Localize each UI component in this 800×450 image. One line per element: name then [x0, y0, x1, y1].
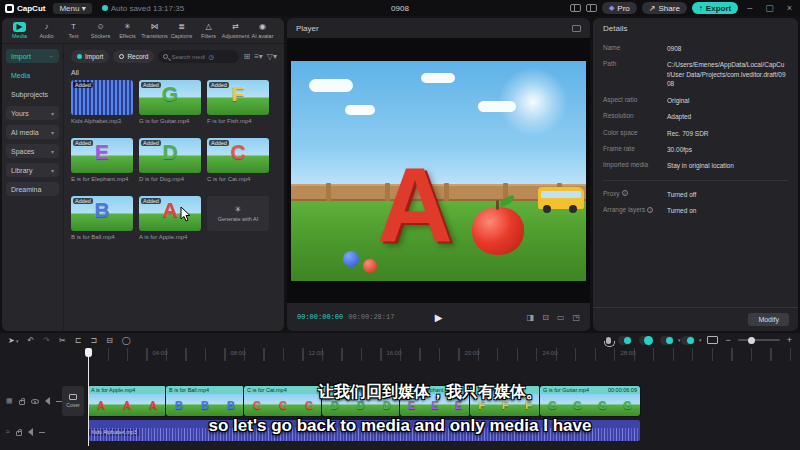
modify-button[interactable]: Modify — [748, 313, 789, 326]
filter-all-label[interactable]: All — [71, 69, 277, 76]
cloud — [345, 105, 375, 115]
close-button[interactable]: × — [783, 3, 796, 13]
tab-effects[interactable]: ✳Effects — [114, 22, 141, 39]
magnetic-snap-toggle[interactable] — [618, 336, 632, 345]
sidebar-item-spaces[interactable]: Spaces▾ — [6, 144, 59, 158]
layout-toggle-icon[interactable] — [570, 4, 581, 12]
tab-media[interactable]: ▶Media — [6, 22, 33, 39]
cloud — [421, 73, 455, 83]
search-box[interactable]: ◷ — [158, 50, 239, 63]
fullscreen-icon[interactable]: ◳ — [572, 313, 580, 322]
trim-left-icon[interactable]: ⊏ — [75, 336, 82, 345]
timeline-toolbar: ➤ ▾ ↶ ↷ ✂ ⊏ ⊐ ⊟ ◯ ▾ ▾ − + — [0, 333, 800, 348]
subtitle-chinese: 让我们回到媒体，我只有媒体。 — [0, 382, 800, 403]
sidebar-item-subprojects[interactable]: Subprojects — [6, 87, 59, 101]
trim-right-icon[interactable]: ⊐ — [90, 336, 97, 345]
detail-row-arrange-layers: Arrange layersi Turned on — [603, 206, 788, 215]
menu-button[interactable]: Menu ▾ — [53, 3, 91, 14]
delete-icon[interactable]: ⊟ — [106, 336, 113, 345]
tab-ai-avatar[interactable]: ◉AI avatar — [249, 22, 276, 39]
tab-text[interactable]: TText — [60, 22, 87, 39]
timeline-ruler[interactable]: 04:00 08:00 12:00 16:00 20:00 24:00 28:0… — [88, 348, 800, 361]
record-button[interactable]: Record — [113, 50, 154, 63]
added-badge: Added — [73, 82, 93, 88]
media-item-fish[interactable]: AddedF F is for Fish.mp4 — [207, 80, 269, 124]
ratio-icon[interactable]: ▭ — [557, 313, 565, 322]
autosave-dot-icon — [102, 5, 108, 11]
tab-stickers[interactable]: ☺Stickers — [87, 22, 114, 39]
zoom-fit-icon[interactable]: ⊡ — [542, 313, 549, 322]
pro-button[interactable]: ◆ Pro — [602, 2, 637, 14]
pro-diamond-icon: ◆ — [609, 4, 614, 12]
sort-dropdown-icon[interactable]: ≡▾ — [254, 52, 263, 61]
search-filter-icon[interactable]: ◷ — [208, 53, 213, 60]
compare-icon[interactable]: ◨ — [527, 313, 535, 322]
media-item-ball[interactable]: AddedB B is for Ball.mp4 — [71, 196, 133, 240]
media-tab-icon: ▶ — [13, 22, 26, 32]
split-icon[interactable]: ✂ — [59, 336, 66, 345]
sidebar-item-import[interactable]: Import→ — [6, 49, 59, 63]
current-timecode: 00:00:00:00 — [297, 313, 343, 321]
tab-filters[interactable]: △Filters — [195, 22, 222, 39]
export-button[interactable]: ↑ Export — [692, 2, 738, 14]
import-arrow-icon: → — [48, 53, 54, 59]
detail-row-imported-media: Imported mediaStay in original location — [603, 161, 788, 170]
player-options-icon[interactable] — [572, 25, 581, 32]
zoom-in-icon[interactable]: + — [787, 335, 792, 345]
grid-view-icon[interactable]: ⊞ — [243, 52, 250, 61]
preview-axis-toggle[interactable]: ▾ — [681, 336, 695, 345]
undo-icon[interactable]: ↶ — [28, 336, 35, 345]
maximize-button[interactable]: ▢ — [761, 3, 778, 13]
tab-captions[interactable]: ≣Captions — [168, 22, 195, 39]
mouse-cursor — [180, 206, 192, 222]
school-bus — [538, 187, 584, 209]
autosave-text: Auto saved 13:17:35 — [111, 4, 184, 13]
redo-icon[interactable]: ↷ — [43, 336, 50, 345]
app-logo[interactable]: CapCut — [5, 4, 45, 13]
sidebar-item-media[interactable]: Media — [6, 68, 59, 82]
zoom-out-icon[interactable]: − — [725, 335, 730, 345]
details-title: Details — [603, 24, 627, 33]
ball-red — [363, 259, 377, 273]
adjust-display-icon[interactable] — [707, 336, 718, 344]
minimize-button[interactable]: – — [743, 3, 756, 13]
player-controls: 00:00:00:00 00:00:28:17 ▶ ◨ ⊡ ▭ ◳ — [287, 303, 590, 331]
media-item-cat[interactable]: AddedC C is for Cat.mp4 — [207, 138, 269, 182]
generate-with-ai-tile[interactable]: ✳ Generate with AI — [207, 196, 269, 240]
player-panel: Player A 00:00:00:00 00:00:28:1 — [287, 18, 590, 331]
voiceover-mic-icon[interactable] — [606, 337, 611, 344]
media-item-dog[interactable]: AddedD D is for Dog.mp4 — [139, 138, 201, 182]
filters-tab-icon: △ — [205, 22, 211, 32]
effects-tab-icon: ✳ — [124, 22, 131, 32]
sidebar-item-ai-media[interactable]: AI media▾ — [6, 125, 59, 139]
tab-audio[interactable]: ♪Audio — [33, 22, 60, 39]
transitions-tab-icon: ⋈ — [151, 22, 159, 32]
detail-row-resolution: ResolutionAdapted — [603, 112, 788, 121]
sidebar-item-dreamina[interactable]: Dreamina — [6, 182, 59, 196]
media-item-guitar[interactable]: AddedG G is for Guitar.mp4 — [139, 80, 201, 124]
sparkle-icon: ✳ — [235, 205, 242, 214]
tab-transitions[interactable]: ⋈Transitions — [141, 22, 168, 39]
freeze-frame-icon[interactable]: ◯ — [122, 336, 131, 345]
import-button[interactable]: Import — [71, 50, 109, 63]
search-icon — [163, 54, 168, 59]
share-button[interactable]: ↗ Share — [642, 2, 687, 14]
capcut-window: CapCut Menu ▾ Auto saved 13:17:35 0908 ◆… — [0, 0, 800, 450]
titlebar: CapCut Menu ▾ Auto saved 13:17:35 0908 ◆… — [0, 0, 800, 16]
tab-adjustment[interactable]: ⇄Adjustment — [222, 22, 249, 39]
auto-link-toggle[interactable]: ▾ — [660, 336, 674, 345]
select-tool-icon[interactable]: ➤ ▾ — [8, 336, 19, 345]
search-input[interactable] — [171, 54, 205, 60]
main-track-magnet-toggle[interactable] — [639, 336, 653, 345]
play-button[interactable]: ▶ — [435, 312, 443, 323]
media-item-elephant[interactable]: AddedE E is for Elephant.mp4 — [71, 138, 133, 182]
media-grid-area: Import Record ◷ ⊞ ≡▾ ▽▾ All Added Kids — [64, 44, 284, 330]
sidebar-item-yours[interactable]: Yours▾ — [6, 106, 59, 120]
app-name: CapCut — [17, 4, 45, 13]
filter-dropdown-icon[interactable]: ▽▾ — [267, 52, 277, 61]
timeline-zoom-slider[interactable] — [738, 339, 780, 341]
sidebar-item-library[interactable]: Library▾ — [6, 163, 59, 177]
panel-layout-icon[interactable] — [586, 4, 597, 12]
ai-avatar-tab-icon: ◉ — [259, 22, 266, 32]
media-item-audio[interactable]: Added Kids Alphabet.mp3 — [71, 80, 133, 124]
